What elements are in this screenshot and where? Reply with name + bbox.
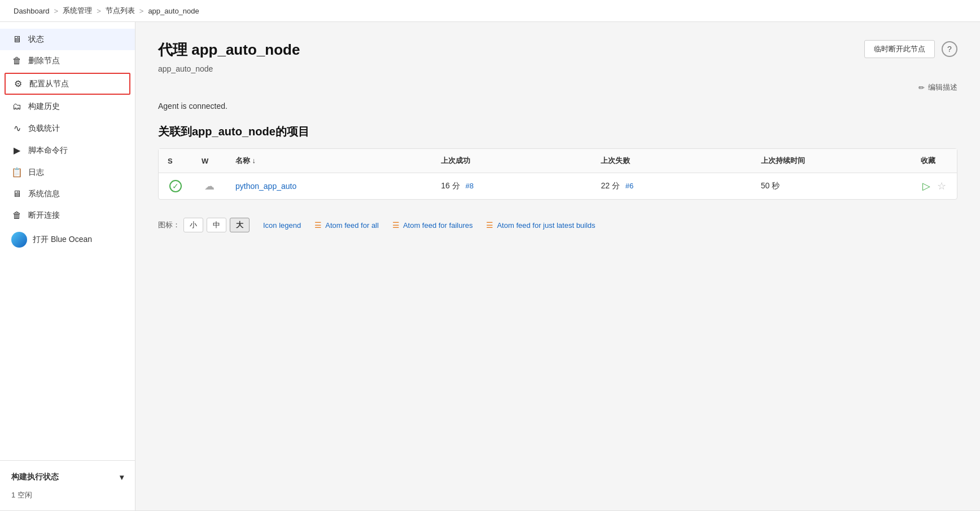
sidebar-section-header[interactable]: 构建执行状态 ▾ [0, 468, 135, 487]
last-fail-build-link[interactable]: #6 [625, 182, 633, 190]
th-status: S [159, 149, 193, 173]
atom-feed-failures-link[interactable]: ☰ Atom feed for failures [392, 221, 473, 230]
icon-size-group: 图标： 小 中 大 [158, 218, 250, 232]
td-last-duration: 50 秒 [752, 173, 912, 200]
header-actions: 临时断开此节点 ? [864, 40, 957, 58]
sidebar-section-title: 构建执行状态 [11, 472, 59, 482]
size-small-button[interactable]: 小 [183, 218, 203, 232]
rss-all-icon: ☰ [314, 221, 322, 230]
td-name: python_app_auto [226, 173, 432, 200]
icon-size-label: 图标： [158, 220, 180, 230]
sidebar-label-blue-ocean: 打开 Blue Ocean [33, 235, 92, 245]
sidebar-item-blue-ocean[interactable]: 打开 Blue Ocean [0, 226, 135, 253]
breadcrumb-dashboard[interactable]: Dashboard [14, 7, 50, 15]
edit-description-label: 编辑描述 [928, 82, 957, 92]
page-header: 代理 app_auto_node 临时断开此节点 ? [158, 40, 957, 60]
page-title: 代理 app_auto_node [158, 40, 300, 60]
terminal-icon: ▶ [11, 145, 23, 156]
projects-table: S W 名称 ↓ 上次成功 上次失败 上次持续时间 收藏 ✓ [159, 149, 957, 199]
disconnect-icon: 🗑 [11, 210, 23, 221]
run-build-button[interactable]: ▷ [922, 180, 930, 192]
sidebar-item-system-info[interactable]: 🖥 系统信息 [0, 183, 135, 205]
sidebar-label-delete: 删除节点 [28, 56, 60, 66]
sidebar-label-build-history: 构建历史 [28, 102, 60, 112]
icon-legend-link[interactable]: Icon legend [263, 221, 301, 230]
favorite-button[interactable]: ☆ [937, 180, 946, 192]
table-row: ✓ ☁ python_app_auto 16 分 #8 [159, 173, 957, 200]
project-name-link[interactable]: python_app_auto [235, 182, 296, 191]
breadcrumb-sep-1: > [54, 7, 59, 15]
sysinfo-icon: 🖥 [11, 189, 23, 199]
sidebar: 🖥 状态 🗑 删除节点 ⚙ 配置从节点 🗂 构建历史 ∿ 负载统计 ▶ 脚本命令… [0, 22, 135, 510]
sidebar-status-idle: 1 空闲 [0, 487, 135, 504]
edit-description-link[interactable]: ✏ 编辑描述 [158, 82, 957, 92]
td-last-success: 16 分 #8 [432, 173, 592, 200]
atom-feed-latest-link[interactable]: ☰ Atom feed for just latest builds [486, 221, 595, 230]
sidebar-item-disconnect[interactable]: 🗑 断开连接 [0, 205, 135, 226]
cloud-icon: ☁ [204, 180, 215, 192]
log-icon: 📋 [11, 167, 23, 178]
breadcrumb: Dashboard > 系统管理 > 节点列表 > app_auto_node [0, 0, 980, 22]
sidebar-item-delete[interactable]: 🗑 删除节点 [0, 50, 135, 72]
sidebar-build-exec-section: 构建执行状态 ▾ 1 空闲 [0, 460, 135, 504]
pencil-icon: ✏ [918, 83, 925, 92]
breadcrumb-sysadmin[interactable]: 系统管理 [63, 6, 92, 16]
sidebar-label-log: 日志 [28, 168, 44, 178]
th-last-duration: 上次持续时间 [752, 149, 912, 173]
sidebar-item-build-history[interactable]: 🗂 构建历史 [0, 96, 135, 117]
td-last-fail: 22 分 #6 [592, 173, 751, 200]
chart-icon: ∿ [11, 123, 23, 134]
sidebar-label-status: 状态 [28, 34, 44, 45]
monitor-icon: 🖥 [11, 34, 23, 45]
size-large-button[interactable]: 大 [230, 218, 250, 232]
atom-feed-failures-label: Atom feed for failures [403, 221, 473, 230]
agent-status: Agent is connected. [158, 102, 957, 111]
atom-feed-latest-label: Atom feed for just latest builds [497, 221, 595, 230]
sidebar-item-status[interactable]: 🖥 状态 [0, 29, 135, 50]
help-button[interactable]: ? [942, 41, 957, 57]
rss-failures-icon: ☰ [392, 221, 400, 230]
sidebar-label-load-stats: 负载统计 [28, 124, 60, 134]
breadcrumb-nodelist[interactable]: 节点列表 [106, 6, 135, 16]
atom-feed-all-link[interactable]: ☰ Atom feed for all [314, 221, 379, 230]
last-duration-value: 50 秒 [761, 181, 780, 190]
gear-icon: ⚙ [12, 78, 24, 89]
breadcrumb-sep-2: > [97, 7, 101, 15]
td-actions: ▷ ☆ [912, 173, 957, 200]
sidebar-item-script-console[interactable]: ▶ 脚本命令行 [0, 139, 135, 161]
success-icon: ✓ [169, 180, 182, 192]
th-weather: W [193, 149, 226, 173]
size-medium-button[interactable]: 中 [207, 218, 226, 232]
last-success-build-link[interactable]: #8 [466, 182, 474, 190]
footer-bar: 图标： 小 中 大 Icon legend ☰ Atom feed for al… [158, 213, 957, 237]
blue-ocean-icon [11, 232, 27, 248]
th-last-success: 上次成功 [432, 149, 592, 173]
sidebar-item-config-slave[interactable]: ⚙ 配置从节点 [5, 73, 130, 95]
atom-feed-all-label: Atom feed for all [325, 221, 379, 230]
th-name: 名称 ↓ [226, 149, 432, 173]
sidebar-label-script-console: 脚本命令行 [28, 146, 68, 156]
main-content: 代理 app_auto_node 临时断开此节点 ? app_auto_node… [135, 22, 980, 510]
disconnect-button[interactable]: 临时断开此节点 [864, 40, 935, 58]
td-weather: ☁ [193, 173, 226, 200]
rss-latest-icon: ☰ [486, 221, 493, 230]
section-title: 关联到app_auto_node的项目 [158, 124, 957, 139]
last-success-time: 16 分 [441, 181, 460, 190]
breadcrumb-sep-3: > [139, 7, 144, 15]
th-favorite: 收藏 [912, 149, 957, 173]
sidebar-label-system-info: 系统信息 [28, 189, 60, 199]
th-last-fail: 上次失败 [592, 149, 751, 173]
sidebar-label-config-slave: 配置从节点 [29, 79, 69, 89]
history-icon: 🗂 [11, 102, 23, 112]
node-name-label: app_auto_node [158, 64, 957, 73]
breadcrumb-current: app_auto_node [148, 7, 199, 15]
sidebar-label-disconnect: 断开连接 [28, 210, 60, 221]
chevron-down-icon: ▾ [120, 473, 124, 482]
sidebar-item-log[interactable]: 📋 日志 [0, 161, 135, 183]
trash-icon-delete: 🗑 [11, 56, 23, 66]
table-container: S W 名称 ↓ 上次成功 上次失败 上次持续时间 收藏 ✓ [158, 148, 957, 200]
sidebar-item-load-stats[interactable]: ∿ 负载统计 [0, 117, 135, 139]
td-status: ✓ [159, 173, 193, 200]
last-fail-time: 22 分 [601, 181, 619, 190]
